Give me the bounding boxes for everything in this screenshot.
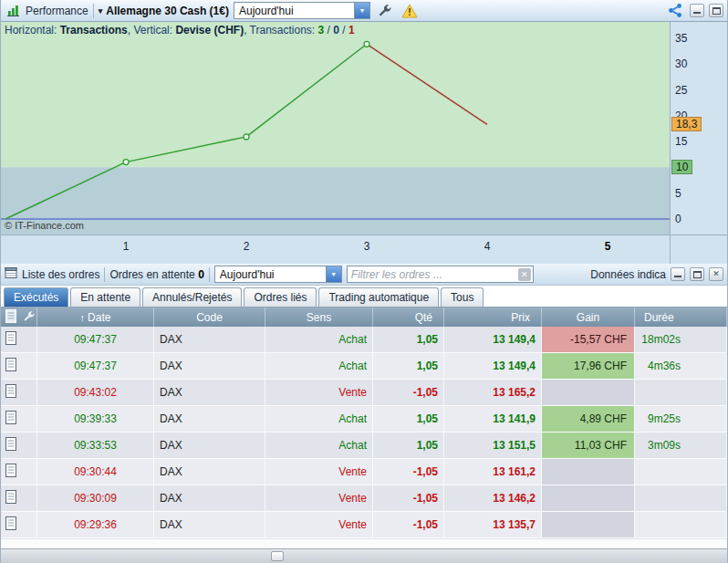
order-row[interactable]: 09:33:53 DAX Achat 1,05 13 151,5 11,03 C… bbox=[1, 433, 727, 459]
order-side: Vente bbox=[265, 485, 373, 511]
order-row[interactable]: 09:30:44 DAX Vente -1,05 13 161,2 bbox=[1, 459, 727, 485]
performance-chart-region: Horizontal: Transactions, Vertical: Devi… bbox=[1, 22, 727, 264]
axis-corner bbox=[670, 235, 727, 264]
y-tick-label: 0 bbox=[675, 213, 681, 225]
column-header-time[interactable]: ↑Date bbox=[37, 308, 154, 327]
order-duration bbox=[635, 485, 727, 511]
order-time: 09:30:09 bbox=[37, 485, 154, 511]
table-empty-area bbox=[1, 538, 727, 548]
clear-filter-icon[interactable]: ✕ bbox=[518, 268, 531, 281]
order-doc-icon[interactable] bbox=[5, 331, 16, 348]
trading-performance-window: Performance ▾ Allemagne 30 Cash (1€) Auj… bbox=[0, 0, 728, 563]
combo-arrow-icon: ▼ bbox=[354, 3, 369, 18]
orders-filter: ✕ bbox=[347, 266, 534, 283]
order-qty: -1,05 bbox=[373, 485, 444, 511]
order-row[interactable]: 09:43:02 DAX Vente -1,05 13 165,2 bbox=[1, 380, 727, 406]
column-header-label: Durée bbox=[644, 311, 674, 324]
y-tick-label: 35 bbox=[675, 32, 687, 45]
tab-tous[interactable]: Tous bbox=[441, 287, 484, 307]
order-side: Vente bbox=[265, 380, 373, 405]
pending-orders-count: 0 bbox=[198, 268, 204, 281]
maximize-icon bbox=[693, 271, 702, 278]
panel-minimize-button[interactable] bbox=[671, 267, 685, 281]
indicative-data-panel-title[interactable]: Données indica bbox=[590, 268, 666, 281]
legend-segment: / bbox=[324, 24, 333, 36]
order-duration: 9m25s bbox=[635, 406, 727, 432]
order-duration bbox=[635, 459, 727, 485]
column-header-duration[interactable]: Durée bbox=[635, 308, 727, 327]
order-gain bbox=[542, 485, 635, 511]
order-row[interactable]: 09:47:37 DAX Achat 1,05 13 149,4 17,96 C… bbox=[1, 353, 727, 380]
order-time: 09:47:37 bbox=[37, 353, 154, 379]
toolbar-separator bbox=[93, 4, 94, 18]
column-header-side[interactable]: Sens bbox=[265, 308, 373, 327]
instrument-selector[interactable]: ▾ Allemagne 30 Cash (1€) bbox=[99, 5, 229, 17]
order-price: 13 146,2 bbox=[444, 485, 542, 511]
y-axis[interactable]: 05152025303518,310 bbox=[670, 22, 727, 235]
warning-icon[interactable]: ! bbox=[400, 2, 420, 20]
orders-filter-input[interactable] bbox=[348, 268, 518, 281]
order-doc-icon[interactable] bbox=[5, 516, 16, 533]
minimize-icon bbox=[674, 276, 681, 277]
tab-trading-automatique[interactable]: Trading automatique bbox=[318, 287, 439, 307]
orders-tabs: ExécutésEn attenteAnnulés/RejetésOrdres … bbox=[1, 286, 727, 308]
y-tick-label: 25 bbox=[675, 84, 687, 97]
panel-separator-2 bbox=[209, 267, 210, 282]
performance-chart[interactable]: Horizontal: Transactions, Vertical: Devi… bbox=[1, 22, 670, 235]
order-price: 13 149,4 bbox=[444, 353, 542, 379]
order-side: Achat bbox=[265, 433, 373, 458]
order-icons-cell bbox=[1, 353, 37, 379]
instrument-label: Allemagne 30 Cash (1€) bbox=[106, 5, 229, 17]
column-header-label: Date bbox=[88, 311, 110, 324]
panel-close-button[interactable]: ✕ bbox=[709, 267, 723, 281]
panel-maximize-button[interactable] bbox=[690, 267, 704, 281]
order-row[interactable]: 09:29:36 DAX Vente -1,05 13 135,7 bbox=[1, 512, 727, 538]
column-header-icons bbox=[1, 308, 37, 327]
maximize-button[interactable] bbox=[709, 4, 723, 17]
tab-exécutés[interactable]: Exécutés bbox=[4, 287, 68, 307]
order-row[interactable]: 09:30:09 DAX Vente -1,05 13 146,2 bbox=[1, 485, 727, 512]
column-header-price[interactable]: Prix bbox=[444, 308, 542, 327]
column-header-gain[interactable]: Gain bbox=[542, 308, 635, 327]
order-gain: 11,03 CHF bbox=[542, 433, 635, 458]
column-header-label: Qté bbox=[415, 311, 432, 324]
x-axis[interactable]: 12345 bbox=[1, 235, 670, 264]
doc-icon bbox=[5, 309, 16, 326]
tab-ordres-liés[interactable]: Ordres liés bbox=[244, 287, 317, 307]
column-header-qty[interactable]: Qté bbox=[373, 308, 444, 327]
tab-annulés-rejetés[interactable]: Annulés/Rejetés bbox=[142, 287, 242, 307]
orders-period-select[interactable]: Aujourd'hui ▼ bbox=[214, 266, 342, 283]
order-doc-icon[interactable] bbox=[5, 437, 16, 454]
tab-en-attente[interactable]: En attente bbox=[70, 287, 140, 307]
column-header-code[interactable]: Code bbox=[154, 308, 265, 327]
orders-panel-header: Liste des ordres Ordres en attente 0 Auj… bbox=[1, 264, 727, 286]
window-title: Performance bbox=[26, 5, 88, 17]
order-time: 09:47:37 bbox=[37, 327, 154, 352]
order-doc-icon[interactable] bbox=[5, 490, 16, 506]
y-axis-highlight: 18,3 bbox=[671, 117, 702, 131]
bottom-scrollbar[interactable] bbox=[1, 548, 727, 563]
x-tick-label: 4 bbox=[476, 240, 498, 253]
order-duration bbox=[635, 512, 727, 537]
order-duration: 4m36s bbox=[635, 353, 727, 379]
pending-orders[interactable]: Ordres en attente 0 bbox=[109, 268, 203, 281]
order-doc-icon[interactable] bbox=[5, 358, 16, 374]
order-doc-icon[interactable] bbox=[5, 464, 16, 480]
order-row[interactable]: 09:39:33 DAX Achat 1,05 13 141,9 4,89 CH… bbox=[1, 406, 727, 433]
order-price: 13 141,9 bbox=[444, 406, 542, 432]
order-code: DAX bbox=[154, 327, 265, 352]
order-qty: 1,05 bbox=[373, 353, 444, 379]
scrollbar-handle[interactable] bbox=[271, 551, 284, 561]
legend-segment: Transactions bbox=[60, 24, 128, 36]
legend-segment: 0 bbox=[333, 24, 339, 36]
period-select[interactable]: Aujourd'hui ▼ bbox=[234, 2, 370, 19]
order-doc-icon[interactable] bbox=[5, 384, 16, 401]
share-button[interactable] bbox=[665, 2, 685, 20]
order-row[interactable]: 09:47:37 DAX Achat 1,05 13 149,4 -15,57 … bbox=[1, 327, 727, 353]
order-price: 13 149,4 bbox=[444, 327, 542, 352]
x-tick-label: 5 bbox=[597, 240, 619, 253]
order-code: DAX bbox=[154, 485, 265, 511]
minimize-button[interactable] bbox=[690, 4, 704, 17]
order-doc-icon[interactable] bbox=[5, 411, 16, 427]
settings-wrench-button[interactable] bbox=[375, 2, 395, 20]
